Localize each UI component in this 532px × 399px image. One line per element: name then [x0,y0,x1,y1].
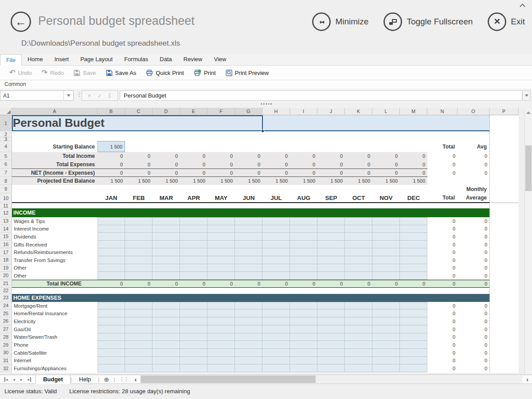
tab-review[interactable]: Review [178,54,208,65]
cell-E10[interactable]: APR [180,193,207,203]
cell-P15[interactable] [489,233,519,241]
cell-J14[interactable] [317,225,345,233]
cell-I30[interactable] [290,349,317,357]
cell-K29[interactable] [345,341,372,349]
cell-D18[interactable] [153,256,180,264]
cell-O30[interactable]: 0 [458,349,489,357]
cell-K17[interactable] [345,248,372,256]
cell-C32[interactable] [125,364,153,372]
cell-C6[interactable]: 0 [125,160,153,168]
cell-A16[interactable]: Gifts Received [12,241,98,249]
cell-M25[interactable] [400,309,427,317]
cell-C20[interactable] [125,272,153,280]
cell-B27[interactable] [98,325,125,333]
cell-E31[interactable] [180,357,207,365]
cell-J16[interactable] [317,241,345,249]
scroll-right-icon[interactable]: › [523,376,532,383]
cell-P23[interactable] [489,294,519,302]
cell-N24[interactable]: 0 [427,302,458,310]
cell-D5[interactable]: 0 [153,152,180,160]
cell-E14[interactable] [180,225,207,233]
sheet-tab-help[interactable]: Help [72,375,98,383]
cell-O29[interactable]: 0 [458,341,489,349]
cell-D24[interactable] [153,302,180,310]
column-header-A[interactable]: A [12,108,98,115]
cell-K32[interactable] [345,364,372,372]
cell-M31[interactable] [400,357,427,365]
cell-J6[interactable]: 0 [317,160,345,168]
cell-K19[interactable] [345,264,372,272]
column-header-C[interactable]: C [125,108,153,115]
cell-L31[interactable] [372,357,400,365]
cell-K6[interactable]: 0 [345,160,372,168]
tab-insert[interactable]: Insert [49,54,75,65]
cell-C30[interactable] [125,349,153,357]
column-header-G[interactable]: G [235,108,262,115]
cell-H25[interactable] [262,309,290,317]
cell-I16[interactable] [290,241,317,249]
cells-A9[interactable] [12,185,458,193]
cell-F25[interactable] [207,309,235,317]
row-header-8[interactable]: 8 [0,177,12,185]
cell-D19[interactable] [153,264,180,272]
cell-B7[interactable]: 0 [98,168,125,177]
cell-I14[interactable] [290,225,317,233]
cell-K27[interactable] [345,325,372,333]
cell-M24[interactable] [400,302,427,310]
cell-I28[interactable] [290,333,317,341]
cell-I32[interactable] [290,364,317,372]
cell-F16[interactable] [207,241,235,249]
next-sheet-icon[interactable]: ▸ [20,377,23,382]
cell-B21[interactable]: 0 [98,280,125,288]
cell-A21[interactable]: Total INCOME [12,280,98,288]
cell-M26[interactable] [400,317,427,325]
cell-A28[interactable]: Water/Sewer/Trash [12,333,98,341]
cell-L26[interactable] [372,317,400,325]
cell-B29[interactable] [98,341,125,349]
cell-A26[interactable]: Electricity [12,317,98,325]
cell-N5[interactable]: 0 [427,152,458,160]
column-header-H[interactable]: H [262,108,290,115]
scroll-up-icon[interactable] [526,111,531,114]
row-header-4[interactable]: 4 [0,141,12,152]
confirm-entry-icon[interactable]: ✓ [98,93,102,99]
cell-I25[interactable] [290,309,317,317]
cell-N6[interactable]: 0 [427,160,458,168]
cell-O27[interactable]: 0 [458,325,489,333]
cell-F24[interactable] [207,302,235,310]
select-all-button[interactable] [0,108,12,115]
cell-K5[interactable]: 0 [345,152,372,160]
ribbon-collapse-button[interactable] [519,3,528,10]
cell-N19[interactable]: 0 [427,264,458,272]
cell-H6[interactable]: 0 [262,160,290,168]
cell-M13[interactable] [400,217,427,225]
cell-N4[interactable]: Total [427,141,458,152]
cell-P16[interactable] [489,241,519,249]
cell-B19[interactable] [98,264,125,272]
cell-I13[interactable] [290,217,317,225]
cell-P29[interactable] [489,341,519,349]
cell-M10[interactable]: DEC [400,193,427,203]
row-header-20[interactable]: 20 [0,272,12,280]
cell-I24[interactable] [290,302,317,310]
cell-C27[interactable] [125,325,153,333]
row-header-16[interactable]: 16 [0,241,12,249]
tab-home[interactable]: Home [22,54,49,65]
row-header-11[interactable]: 11 [0,203,12,208]
cell-M30[interactable] [400,349,427,357]
cell-F28[interactable] [207,333,235,341]
cell-A18[interactable]: Transfer From Savings [12,256,98,264]
row-header-14[interactable]: 14 [0,225,12,233]
column-header-L[interactable]: L [372,108,400,115]
cell-H17[interactable] [262,248,290,256]
tab-view[interactable]: View [208,54,232,65]
cell-A31[interactable]: Internet [12,357,98,365]
cell-G21[interactable]: 0 [235,280,262,288]
cell-J20[interactable] [317,272,345,280]
row-header-21[interactable]: 21 [0,280,12,288]
cell-K31[interactable] [345,357,372,365]
cell-J32[interactable] [317,364,345,372]
cell-H8[interactable]: 1 500 [262,177,290,185]
print-preview-button[interactable]: Print Preview [222,68,273,78]
column-header-I[interactable]: I [290,108,317,115]
